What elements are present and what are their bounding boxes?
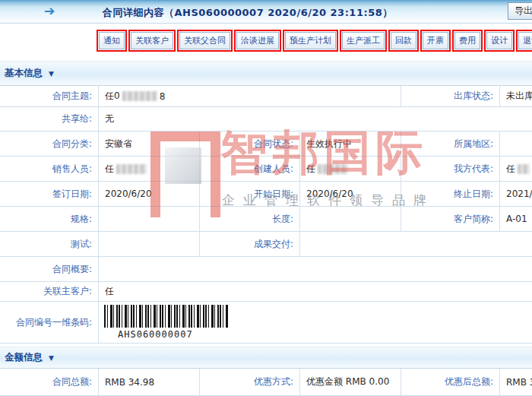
our-representative-label: 我方代表: — [401, 157, 500, 181]
export-button[interactable]: 导出W — [508, 2, 532, 20]
our-representative-value: 任 — [500, 157, 532, 181]
tab-negotiation-progress[interactable]: 洽谈进展 — [236, 32, 279, 49]
tab-related-customer[interactable]: 关联客户 — [131, 32, 173, 49]
total-after-discount-value: RMB 3 — [500, 369, 532, 395]
row-main-customer: 关联主客户: 任 — [0, 282, 532, 302]
region-value — [500, 131, 532, 156]
main-customer-value: 任 — [99, 282, 532, 301]
customer-short-name-value: A-01 — [500, 207, 532, 231]
customer-short-name-label: 客户简称: — [401, 207, 500, 231]
page-title: 合同详细内容（AHS060000007 2020/6/20 23:11:58） — [103, 6, 393, 20]
collapse-caret-icon: ▼ — [49, 70, 54, 78]
collapse-caret-icon: ▼ — [49, 354, 54, 362]
tab-strip: 通知 关联客户 关联父合同 洽谈进展 预生产计划 生产派工 回款 开票 费用 设… — [97, 30, 532, 52]
red-annotation-box: 预生产计划 — [283, 30, 338, 52]
section-title: 金额信息 — [5, 351, 43, 364]
row-contract-total: 合同总额: RMB 34.98 优惠方式: 优惠金额 RMB 0.00 优惠后总… — [0, 368, 532, 396]
red-annotation-box: 退货 — [516, 30, 532, 52]
arrow-right-icon: ➔ — [44, 3, 55, 18]
contract-summary-value — [99, 257, 532, 281]
shared-with-value: 无 — [99, 107, 532, 131]
barcode-image — [104, 305, 229, 328]
row-specification: 规格: 长度: 客户简称: A-01 — [0, 207, 532, 232]
end-date-value: 2021/ — [500, 182, 532, 206]
stock-status-value: 未出库 — [500, 86, 532, 106]
length-value — [300, 207, 401, 231]
contract-subject-label: 合同主题: — [0, 86, 99, 106]
contract-total-value: RMB 34.98 — [99, 369, 200, 395]
deliverable-value — [300, 232, 532, 256]
row-contract-category: 合同分类: 安徽省 合同状态: 生效执行中 所属地区: — [0, 131, 532, 157]
contract-total-label: 合同总额: — [0, 369, 99, 395]
test-value — [99, 232, 200, 256]
section-basic-info[interactable]: 基本信息 ▼ — [0, 61, 532, 85]
row-sign-date: 签订日期: 2020/6/20 开始日期: 2020/6/20 终止日期: 20… — [0, 182, 532, 207]
red-annotation-box: 关联客户 — [128, 30, 176, 52]
contract-status-value: 生效执行中 — [300, 131, 401, 156]
sign-date-label: 签订日期: — [0, 182, 99, 206]
red-annotation-box: 费用 — [452, 30, 483, 52]
contract-summary-label: 合同概要: — [0, 257, 99, 281]
sign-date-value: 2020/6/20 — [99, 182, 200, 206]
tab-returns[interactable]: 退货 — [518, 32, 532, 49]
creator-value: 任 — [300, 157, 401, 181]
start-date-value: 2020/6/20 — [300, 182, 401, 206]
contract-category-value: 安徽省 — [99, 131, 200, 156]
contract-status-label: 合同状态: — [200, 131, 300, 156]
total-after-discount-label: 优惠后总额: — [401, 369, 500, 395]
tab-production-dispatch[interactable]: 生产派工 — [342, 32, 385, 49]
row-contract-barcode: 合同编号一维条码: AHS060000007 — [0, 302, 532, 344]
tab-related-parent-contract[interactable]: 关联父合同 — [179, 32, 230, 49]
discount-method-label: 优惠方式: — [200, 369, 300, 395]
row-contract-summary: 合同概要: — [0, 257, 532, 282]
row-sales-person: 销售人员: 任 创建人员: 任 我方代表: 任 — [0, 157, 532, 182]
redacted-text — [116, 164, 147, 174]
contract-barcode-label: 合同编号一维条码: — [0, 302, 99, 343]
start-date-label: 开始日期: — [200, 182, 300, 206]
red-annotation-box: 关联父合同 — [177, 30, 233, 52]
row-test: 测试: 成果交付: — [0, 232, 532, 257]
red-annotation-box: 回款 — [388, 30, 419, 52]
redacted-text — [518, 164, 530, 174]
stock-status-label: 出库状态: — [401, 86, 500, 106]
discount-method-value: 优惠金额 RMB 0.00 — [300, 369, 401, 395]
creator-label: 创建人员: — [200, 157, 300, 181]
specification-value — [99, 207, 200, 231]
shared-with-label: 共享给: — [0, 107, 99, 131]
red-annotation-box: 洽谈进展 — [234, 30, 281, 52]
tab-expenses[interactable]: 费用 — [454, 32, 480, 49]
header-bar: ➔ 合同详细内容（AHS060000007 2020/6/20 23:11:58… — [0, 0, 532, 24]
tab-invoicing[interactable]: 开票 — [423, 32, 448, 49]
test-label: 测试: — [0, 232, 99, 256]
tab-preproduction-plan[interactable]: 预生产计划 — [285, 32, 336, 49]
red-annotation-box: 生产派工 — [340, 30, 387, 52]
end-date-label: 终止日期: — [401, 182, 500, 206]
main-customer-label: 关联主客户: — [0, 282, 99, 301]
sales-person-value: 任 — [99, 157, 200, 181]
region-label: 所属地区: — [401, 131, 500, 156]
barcode-number: AHS060000007 — [104, 329, 193, 340]
redacted-text — [122, 91, 157, 101]
row-shared-with: 共享给: 无 — [0, 107, 532, 131]
contract-category-label: 合同分类: — [0, 131, 99, 156]
red-annotation-box: 通知 — [97, 30, 127, 52]
length-label: 长度: — [200, 207, 300, 231]
tab-payment-collection[interactable]: 回款 — [391, 32, 416, 49]
red-annotation-box: 设计 — [484, 30, 515, 52]
section-amount-info[interactable]: 金额信息 ▼ — [0, 347, 532, 368]
redacted-text — [318, 164, 348, 174]
deliverable-label: 成果交付: — [200, 232, 300, 256]
section-title: 基本信息 — [5, 67, 43, 80]
sales-person-label: 销售人员: — [0, 157, 99, 181]
tab-notice[interactable]: 通知 — [99, 32, 125, 49]
red-annotation-box: 开票 — [420, 30, 451, 52]
row-contract-subject: 合同主题: 任08 出库状态: 未出库 — [0, 85, 532, 107]
contract-barcode-cell: AHS060000007 — [99, 302, 532, 343]
tab-design[interactable]: 设计 — [486, 32, 512, 49]
contract-subject-value: 任08 — [99, 86, 401, 106]
specification-label: 规格: — [0, 207, 99, 231]
